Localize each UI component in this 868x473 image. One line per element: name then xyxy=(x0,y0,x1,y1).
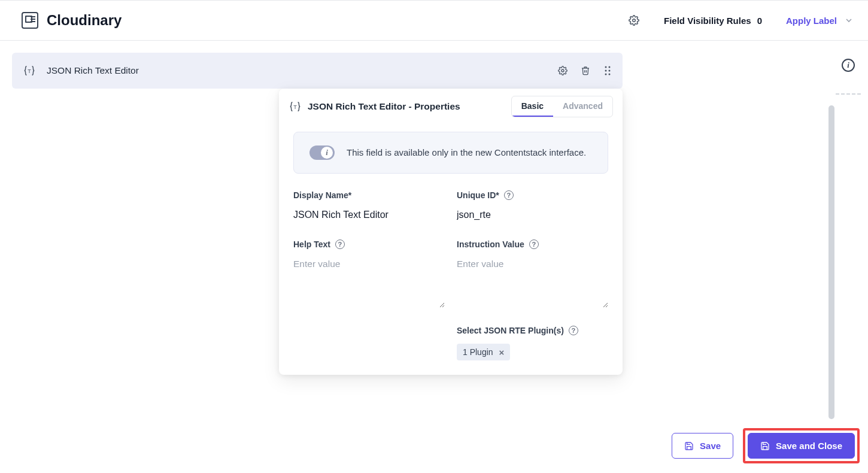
help-icon[interactable]: ? xyxy=(335,239,345,249)
svg-point-5 xyxy=(605,70,607,72)
svg-point-0 xyxy=(633,19,636,22)
properties-panel: T JSON Rich Text Editor - Properties Bas… xyxy=(279,89,623,375)
svg-point-8 xyxy=(609,74,611,75)
save-icon xyxy=(684,441,694,451)
save-button[interactable]: Save xyxy=(672,433,733,459)
unique-id-field: Unique ID* ? xyxy=(457,190,608,222)
top-bar-right: Field Visibility Rules 0 Apply Label xyxy=(628,14,854,26)
apply-label-text: Apply Label xyxy=(786,16,837,26)
save-icon xyxy=(760,441,770,451)
svg-point-3 xyxy=(605,66,607,68)
help-text-input[interactable] xyxy=(293,257,445,308)
save-and-close-button[interactable]: Save and Close xyxy=(748,433,855,459)
display-name-label: Display Name* xyxy=(293,190,445,200)
plugin-chip-label: 1 Plugin xyxy=(463,347,493,357)
page-title: Cloudinary xyxy=(47,12,122,29)
field-bar-left: T JSON Rich Text Editor xyxy=(23,64,139,77)
svg-point-7 xyxy=(605,74,607,75)
chevron-down-icon xyxy=(844,16,854,25)
tab-basic[interactable]: Basic xyxy=(512,96,553,117)
apply-label-button[interactable]: Apply Label xyxy=(786,16,854,26)
field-bar-title: JSON Rich Text Editor xyxy=(47,65,139,76)
content-type-icon xyxy=(22,12,38,29)
field-settings-button[interactable] xyxy=(558,66,567,75)
divider xyxy=(836,93,861,95)
json-rte-icon: T xyxy=(289,100,302,113)
svg-text:T: T xyxy=(293,104,297,110)
plugins-label: Select JSON RTE Plugin(s) ? xyxy=(457,326,608,335)
gear-icon xyxy=(629,15,639,26)
gear-icon xyxy=(558,66,567,75)
display-name-field: Display Name* xyxy=(293,190,445,222)
svg-point-2 xyxy=(562,69,564,72)
help-text-label-text: Help Text xyxy=(293,239,330,249)
drag-handle-icon xyxy=(603,66,612,75)
info-text: This field is available only in the new … xyxy=(347,145,586,159)
highlight-box: Save and Close xyxy=(743,428,860,463)
info-box: This field is available only in the new … xyxy=(293,132,608,174)
settings-button[interactable] xyxy=(628,14,640,26)
unique-id-input[interactable] xyxy=(457,208,608,222)
footer-actions: Save Save and Close xyxy=(672,428,860,463)
plugins-field: Select JSON RTE Plugin(s) ? 1 Plugin × xyxy=(457,326,608,360)
help-icon[interactable]: ? xyxy=(529,239,539,249)
unique-id-label-text: Unique ID* xyxy=(457,190,499,200)
help-text-label: Help Text ? xyxy=(293,239,445,249)
svg-point-4 xyxy=(609,66,611,68)
field-visibility-count: 0 xyxy=(757,16,762,26)
panel-title: JSON Rich Text Editor - Properties xyxy=(308,101,460,112)
display-name-input[interactable] xyxy=(293,208,445,222)
field-bar[interactable]: T JSON Rich Text Editor xyxy=(12,53,623,89)
trash-icon xyxy=(581,66,590,75)
instruction-field: Instruction Value ? xyxy=(457,239,608,308)
svg-point-6 xyxy=(609,70,611,72)
instruction-label: Instruction Value ? xyxy=(457,239,608,249)
save-close-label: Save and Close xyxy=(776,441,842,451)
plugins-label-text: Select JSON RTE Plugin(s) xyxy=(457,326,564,335)
info-toggle-icon xyxy=(309,145,335,160)
info-button[interactable]: i xyxy=(842,59,855,72)
instruction-label-text: Instruction Value xyxy=(457,239,524,249)
scrollbar[interactable] xyxy=(828,105,834,419)
top-bar-left: Cloudinary xyxy=(22,12,122,29)
svg-text:T: T xyxy=(28,68,31,74)
top-bar: Cloudinary Field Visibility Rules 0 Appl… xyxy=(0,0,868,41)
json-rte-icon: T xyxy=(23,64,36,77)
chip-remove-icon[interactable]: × xyxy=(499,348,505,357)
field-drag-handle[interactable] xyxy=(603,66,612,75)
panel-header: T JSON Rich Text Editor - Properties Bas… xyxy=(279,89,623,117)
instruction-input[interactable] xyxy=(457,257,608,308)
unique-id-label: Unique ID* ? xyxy=(457,190,608,200)
fields-grid: Display Name* Unique ID* ? Help Text ? xyxy=(293,190,608,360)
help-icon[interactable]: ? xyxy=(504,190,514,200)
field-visibility-rules[interactable]: Field Visibility Rules 0 xyxy=(664,16,762,26)
field-visibility-label: Field Visibility Rules xyxy=(664,16,751,26)
field-delete-button[interactable] xyxy=(581,66,590,75)
panel-tabs: Basic Advanced xyxy=(511,96,613,117)
save-label: Save xyxy=(700,441,721,451)
panel-title-wrap: T JSON Rich Text Editor - Properties xyxy=(289,100,460,113)
content-area: T JSON Rich Text Editor T JSON Rich Text… xyxy=(0,41,868,101)
help-text-field: Help Text ? xyxy=(293,239,445,308)
field-bar-actions xyxy=(558,66,612,75)
tab-advanced[interactable]: Advanced xyxy=(553,96,612,117)
help-icon[interactable]: ? xyxy=(569,326,578,335)
panel-body: This field is available only in the new … xyxy=(279,117,623,375)
plugin-chip[interactable]: 1 Plugin × xyxy=(457,344,510,360)
